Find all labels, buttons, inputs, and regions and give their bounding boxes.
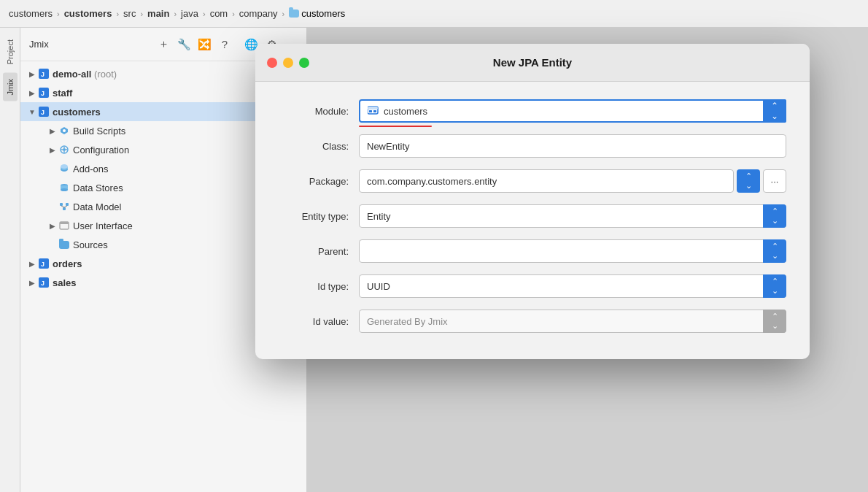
breadcrumb-customers2[interactable]: customers	[64, 8, 112, 19]
tree-label-sales: sales	[53, 277, 77, 288]
class-row: Class:	[279, 134, 786, 158]
breadcrumb-company[interactable]: company	[239, 8, 278, 19]
parent-chevron-icon: ⌃⌄	[772, 242, 778, 261]
expand-arrow-user-interface[interactable]: ▶	[47, 220, 58, 231]
breadcrumb-bar: customers › customers › src › main › jav…	[0, 0, 868, 28]
svg-rect-10	[66, 149, 67, 150]
dialog-titlebar: New JPA Entity	[255, 44, 810, 82]
module-value: customers	[384, 106, 785, 117]
package-value[interactable]: com.company.customers.entity	[359, 169, 734, 193]
breadcrumb-customers1[interactable]: customers	[9, 8, 53, 19]
expand-arrow-orders[interactable]: ▶	[26, 258, 38, 269]
svg-rect-12	[63, 151, 64, 153]
tree-label-sources: Sources	[73, 239, 108, 250]
module-dropdown-button[interactable]: ⌃⌄	[763, 99, 786, 123]
id-value-text: Generated By Jmix	[367, 316, 448, 327]
expand-arrow-staff[interactable]: ▶	[26, 87, 38, 99]
refresh-button[interactable]: 🔀	[195, 36, 213, 53]
tree-label-configuration: Configuration	[73, 145, 129, 155]
id-type-select-wrap: UUID ⌃⌄	[359, 274, 786, 298]
breadcrumb-java[interactable]: java	[181, 8, 198, 19]
user-interface-icon	[58, 220, 70, 231]
package-dropdown-button[interactable]: ⌃⌄	[737, 169, 760, 193]
svg-rect-21	[63, 207, 66, 210]
breadcrumb-com[interactable]: com	[210, 8, 228, 19]
dialog-title: New JPA Entity	[493, 56, 572, 69]
id-value-label: Id value:	[279, 316, 359, 327]
folder-icon	[289, 9, 299, 18]
add-button[interactable]: ＋	[155, 36, 172, 53]
entity-type-dropdown-button[interactable]: ⌃⌄	[763, 204, 786, 228]
package-dots-icon: ···	[771, 176, 779, 187]
parent-dropdown-button[interactable]: ⌃⌄	[763, 239, 786, 263]
id-type-dropdown-button[interactable]: ⌃⌄	[763, 274, 786, 298]
module-label: Module:	[279, 106, 359, 117]
data-stores-icon	[58, 182, 70, 193]
svg-rect-25	[60, 222, 69, 224]
module-chevron-icon: ⌃⌄	[771, 101, 778, 121]
package-row: Package: com.company.customers.entity ⌃⌄…	[279, 169, 786, 193]
svg-rect-20	[66, 203, 69, 206]
maximize-button[interactable]	[299, 58, 309, 68]
id-value-field-wrap: Generated By Jmix ⌃⌄	[359, 310, 786, 333]
svg-point-6	[63, 129, 66, 132]
tree-label-build-scripts: Build Scripts	[73, 126, 125, 137]
id-value-chevron-icon: ⌃⌄	[772, 312, 778, 331]
package-chevron-icon: ⌃⌄	[745, 172, 752, 191]
svg-text:J: J	[41, 280, 44, 287]
expand-arrow-sales[interactable]: ▶	[26, 277, 38, 288]
new-jpa-entity-dialog: New JPA Entity Module:	[255, 44, 810, 359]
tree-label-orders: orders	[53, 258, 82, 269]
id-type-text: UUID	[367, 281, 390, 292]
id-value-row: Id value: Generated By Jmix ⌃⌄	[279, 310, 786, 333]
side-tab-project[interactable]: Project	[3, 34, 18, 70]
parent-value[interactable]	[359, 239, 786, 263]
expand-arrow-demo-all[interactable]: ▶	[26, 68, 38, 80]
id-type-row: Id type: UUID ⌃⌄	[279, 274, 786, 298]
tree-label-customers: customers	[53, 107, 101, 118]
minimize-button[interactable]	[283, 58, 293, 68]
entity-type-row: Entity type: Entity ⌃⌄	[279, 204, 786, 228]
id-type-field-wrap: UUID ⌃⌄	[359, 274, 786, 298]
expand-arrow-customers[interactable]: ▼	[26, 106, 38, 118]
expand-arrow-configuration[interactable]: ▶	[47, 144, 58, 155]
panel-title: Jmix	[26, 39, 152, 50]
jmix-icon-customers: J	[38, 106, 50, 118]
entity-type-select-wrap: Entity ⌃⌄	[359, 204, 786, 228]
side-tab-jmix[interactable]: Jmix	[3, 73, 18, 101]
package-controls: com.company.customers.entity ⌃⌄ ···	[359, 169, 786, 193]
svg-rect-32	[369, 110, 372, 112]
svg-text:J: J	[41, 109, 44, 116]
breadcrumb-src[interactable]: src	[123, 8, 136, 19]
help-button[interactable]: ?	[216, 36, 233, 53]
sources-icon	[58, 239, 70, 250]
entity-type-value[interactable]: Entity	[359, 204, 786, 228]
package-dots-button[interactable]: ···	[763, 169, 786, 193]
traffic-lights	[267, 58, 309, 68]
id-value-display: Generated By Jmix	[359, 310, 786, 333]
wrench-button[interactable]: 🔧	[175, 36, 193, 53]
svg-rect-9	[61, 149, 63, 150]
close-button[interactable]	[267, 58, 277, 68]
class-input[interactable]	[359, 134, 786, 158]
id-value-select-wrap: Generated By Jmix ⌃⌄	[359, 310, 786, 333]
dialog-content: Module: customers	[255, 82, 810, 359]
jmix-icon-sales: J	[38, 277, 50, 288]
id-type-chevron-icon: ⌃⌄	[772, 277, 778, 296]
parent-label: Parent:	[279, 246, 359, 257]
svg-point-15	[61, 164, 68, 169]
tree-label-user-interface: User Interface	[73, 220, 133, 231]
id-type-value[interactable]: UUID	[359, 274, 786, 298]
entity-type-field-wrap: Entity ⌃⌄	[359, 204, 786, 228]
breadcrumb-customers-folder[interactable]: customers	[289, 8, 345, 19]
breadcrumb-sep-2: ›	[116, 9, 119, 18]
id-value-dropdown-button[interactable]: ⌃⌄	[763, 310, 786, 333]
breadcrumb-sep-1: ›	[57, 9, 60, 18]
package-text: com.company.customers.entity	[367, 176, 497, 187]
entity-type-label: Entity type:	[279, 211, 359, 222]
svg-line-23	[64, 206, 67, 207]
module-error-underline	[359, 126, 432, 127]
breadcrumb-main[interactable]: main	[147, 8, 169, 19]
expand-arrow-build-scripts[interactable]: ▶	[47, 125, 58, 137]
svg-point-8	[63, 148, 66, 151]
